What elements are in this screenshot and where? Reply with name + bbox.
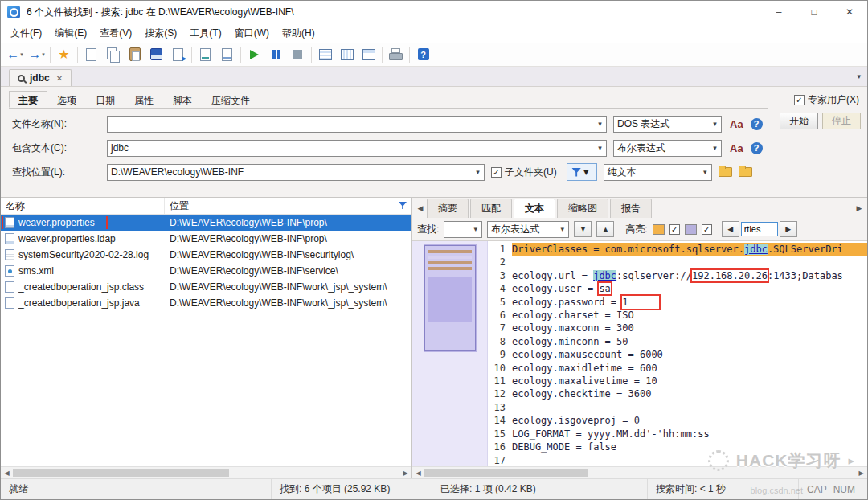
close-icon[interactable] [832,1,867,23]
save-icon[interactable] [145,44,167,64]
chevron-down-icon[interactable] [594,144,606,152]
export-results-icon[interactable] [167,44,189,64]
chevron-down-icon[interactable] [699,168,711,176]
chevron-down-icon[interactable] [583,166,592,178]
search-option-tab[interactable]: 日期 [86,91,125,108]
containing-mode-select[interactable]: 布尔表达式 [613,140,722,157]
paste-icon[interactable] [124,44,145,64]
result-row[interactable]: weaver.properties.ldapD:\WEAVER\ecology\… [1,231,411,247]
column-header-location[interactable]: 位置 [165,199,411,213]
search-tab-jdbc[interactable]: jdbc [9,69,72,86]
column-header-name[interactable]: 名称 [1,198,165,214]
menu-item[interactable]: 编辑(E) [48,24,93,43]
look-in-input[interactable]: D:\WEAVER\ecology\WEB-INF [107,164,485,181]
back-arrow-icon[interactable] [4,44,26,64]
maximize-icon[interactable] [796,1,832,23]
chevron-down-icon[interactable] [594,120,606,128]
search-option-tab[interactable]: 脚本 [163,91,202,108]
match-case-button[interactable]: Aa [730,118,743,130]
viewer-tab[interactable]: 匹配 [470,199,512,218]
forward-arrow-icon[interactable] [26,44,47,64]
tabs-scroll-right-icon[interactable] [853,204,866,212]
chevron-down-icon[interactable] [709,120,721,128]
code-pane[interactable]: 1DriverClasses = com.microsoft.sqlserver… [488,241,867,466]
menu-item[interactable]: 窗口(W) [228,24,276,43]
document-minimap[interactable] [412,241,488,466]
scroll-thumb[interactable] [424,469,588,477]
script-document-icon[interactable] [194,44,216,64]
start-search-icon[interactable] [244,44,265,64]
scroll-right-icon[interactable] [399,469,411,477]
viewer-tab[interactable]: 报告 [610,199,652,218]
search-option-tab[interactable]: 选项 [47,91,86,108]
help-icon[interactable]: ? [751,142,763,154]
tabs-scroll-left-icon[interactable] [414,204,427,212]
printer-icon[interactable] [385,44,407,64]
subfolders-option[interactable]: 子文件夹(U) [491,166,557,179]
result-row[interactable]: _createdboperation_jsp.javaD:\WEAVER\eco… [1,295,411,311]
viewer-tab[interactable]: 摘要 [427,199,469,218]
viewer-tab[interactable]: 文本 [514,199,555,218]
scroll-left-icon[interactable] [1,469,13,477]
search-option-tab[interactable]: 主要 [9,91,47,108]
viewer-hscrollbar[interactable] [412,466,867,478]
previous-match-icon[interactable] [722,221,739,237]
grid-view-icon[interactable] [336,44,358,64]
pause-search-icon[interactable] [265,44,287,64]
find-next-icon[interactable] [574,221,592,237]
menu-item[interactable]: 查看(V) [93,24,138,43]
result-row[interactable]: sms.xmlD:\WEAVER\ecology\WEB-INF\service… [1,263,411,279]
file-name-input[interactable] [107,116,607,133]
tab-list-chevron-icon[interactable] [857,72,861,80]
highlight-purple-checkbox[interactable] [702,224,712,235]
chevron-down-icon[interactable] [472,168,484,176]
minimize-icon[interactable] [761,1,796,23]
page-thumbnail[interactable] [424,245,476,351]
start-button[interactable]: 开始 [780,113,818,129]
viewer-tab[interactable]: 缩略图 [557,199,608,218]
result-row[interactable]: weaver.propertiesD:\WEAVER\ecology\WEB-I… [1,215,411,231]
new-document-icon[interactable] [80,44,102,64]
find-previous-icon[interactable] [596,221,614,237]
find-mode-select[interactable]: 布尔表达式 [487,221,569,238]
chevron-down-icon[interactable] [556,225,568,233]
script-document-icon[interactable] [216,44,238,64]
scroll-track[interactable] [424,467,855,478]
match-case-button[interactable]: Aa [730,142,743,154]
next-match-icon[interactable] [780,221,797,237]
tab-close-icon[interactable] [56,74,63,83]
menu-item[interactable]: 工具(T) [183,24,227,43]
subfolders-checkbox[interactable] [491,167,502,178]
results-list[interactable]: weaver.propertiesD:\WEAVER\ecology\WEB-I… [1,215,411,466]
search-option-tab[interactable]: 属性 [125,91,163,108]
expert-user-option[interactable]: 专家用户(X) [794,93,859,107]
find-input[interactable] [444,221,482,238]
highlight-orange-checkbox[interactable] [669,224,680,235]
menu-item[interactable]: 搜索(S) [138,24,183,43]
filter-button[interactable] [567,163,597,181]
open-folder-icon[interactable] [739,167,752,177]
menu-item[interactable]: 帮助(H) [276,24,321,43]
highlight-color-orange-swatch[interactable] [653,224,665,235]
stop-search-icon[interactable] [287,44,309,64]
copy-icon[interactable] [102,44,124,64]
summary-view-icon[interactable] [358,44,379,64]
favorites-star-icon[interactable] [53,44,75,64]
help-icon[interactable]: ? [751,118,763,130]
containing-text-input[interactable]: jdbc [107,140,607,157]
results-hscrollbar[interactable] [1,466,411,478]
browse-folder-icon[interactable] [719,167,732,177]
stop-button[interactable]: 停止 [822,113,861,129]
look-in-mode-select[interactable]: 纯文本 [604,164,712,181]
search-option-tab[interactable]: 压缩文件 [202,91,260,108]
chevron-down-icon[interactable] [709,144,721,152]
scroll-left-icon[interactable] [412,469,424,477]
highlight-color-purple-swatch[interactable] [685,224,697,235]
file-name-mode-select[interactable]: DOS 表达式 [613,116,722,133]
menu-item[interactable]: 文件(F) [4,24,48,43]
scroll-track[interactable] [13,467,399,478]
match-navigator-input[interactable] [741,222,778,236]
scroll-thumb[interactable] [13,469,229,477]
chevron-down-icon[interactable] [469,225,481,233]
expert-user-checkbox[interactable] [794,95,805,105]
